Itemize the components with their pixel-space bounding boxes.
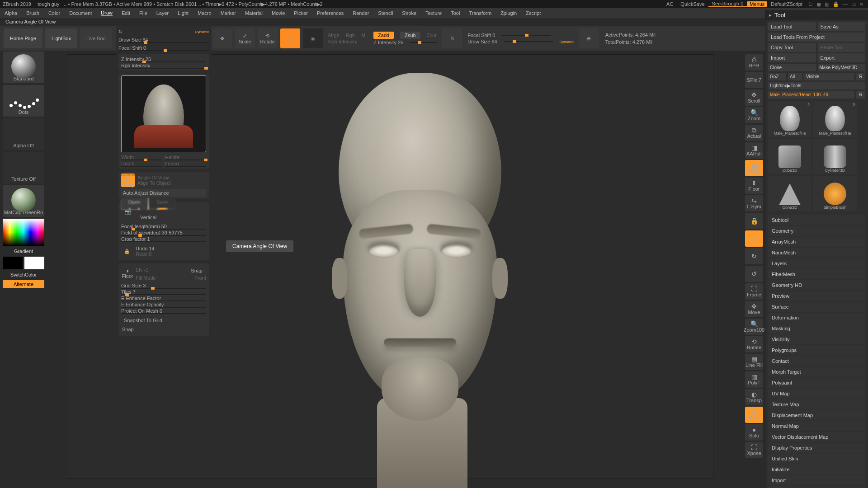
project-on-mesh[interactable]: Project On Mesh 0 xyxy=(121,308,206,314)
refresh-icon[interactable]: ↻ xyxy=(118,29,123,35)
rgb-toggle[interactable]: Rgb xyxy=(346,33,355,38)
lock-icon-panel[interactable]: 🔒 xyxy=(121,244,133,258)
menu-document[interactable]: Document xyxy=(69,10,92,16)
section-displacement-map[interactable]: Displacement Map xyxy=(768,410,865,420)
tool-item-5[interactable]: SimpleBrush xyxy=(813,176,857,211)
section-geometry-hd[interactable]: Geometry HD xyxy=(768,280,865,290)
section-texture-map[interactable]: Texture Map xyxy=(768,399,865,409)
menus-toggle[interactable]: Menus xyxy=(747,1,767,7)
m-toggle[interactable]: M xyxy=(361,33,365,38)
draw-palette[interactable]: ↻Dynamic Draw Size 64 Focal Shift 0 Z In… xyxy=(116,26,212,338)
tool-collapse-icon[interactable]: ▸ xyxy=(769,12,772,18)
tool-item-1[interactable]: 2Male_PlanesofHe xyxy=(813,102,857,137)
undo-button[interactable]: Undo 14 xyxy=(136,246,206,251)
zadd-toggle[interactable]: Zadd xyxy=(373,32,394,39)
shelf-btn[interactable]: ↺ xyxy=(745,266,763,282)
section-display-properties[interactable]: Display Properties xyxy=(768,443,865,453)
shelf-zoom100[interactable]: 🔍Zoom100 xyxy=(745,319,763,335)
menu-color[interactable]: Color xyxy=(48,10,60,16)
section-visibility[interactable]: Visibility xyxy=(768,334,865,344)
floor-icon[interactable]: ⬍Floor xyxy=(121,267,134,280)
lock-icon[interactable]: 🔒 xyxy=(831,1,841,7)
e-enhance-factor[interactable]: E Enhance Factor xyxy=(121,295,206,301)
tool-item-0[interactable]: 2Male_PlanesofHe xyxy=(768,102,811,137)
snap-button[interactable]: Snap xyxy=(121,325,206,334)
menu-stencil[interactable]: Stencil xyxy=(378,10,393,16)
grid-size-slider[interactable]: Grid Size 3 xyxy=(121,282,206,289)
tool-r-button[interactable]: R xyxy=(856,91,865,99)
shelf-persp[interactable]: ▦Persp xyxy=(745,160,763,176)
close-icon[interactable]: ✕ xyxy=(858,1,865,7)
section-geometry[interactable]: Geometry xyxy=(768,226,865,236)
rgb-intensity-slider-panel[interactable]: Rgb Intensity xyxy=(121,62,206,69)
menu-macro[interactable]: Macro xyxy=(198,10,212,16)
menu-movie[interactable]: Movie xyxy=(272,10,285,16)
export-button[interactable]: Export xyxy=(818,53,866,62)
gizmo-button[interactable]: ✥ xyxy=(212,28,232,48)
sculpt-mesh[interactable] xyxy=(289,55,542,484)
zcut-toggle[interactable]: Zcut xyxy=(427,33,436,38)
focal-shift-slider-panel[interactable]: Focal Shift 0 xyxy=(118,45,209,51)
goz-button[interactable]: GoZ xyxy=(768,73,786,80)
section-uv-map[interactable]: UV Map xyxy=(768,389,865,399)
focal-length-slider[interactable]: Focal length(mm) 50 xyxy=(121,223,206,230)
menu-alpha[interactable]: Alpha xyxy=(5,10,17,16)
fov-slider[interactable]: Field of view(deg) 39.59775 xyxy=(121,230,206,236)
goz-all-button[interactable]: All xyxy=(788,73,802,80)
menu-light[interactable]: Light xyxy=(178,10,189,16)
shelf-ghost[interactable]: ◐Ghost xyxy=(745,407,763,423)
menu-draw[interactable]: Draw xyxy=(101,10,113,16)
clone-button[interactable]: Clone xyxy=(768,64,816,71)
make-polymesh-button[interactable]: Make PolyMesh3D xyxy=(818,64,866,71)
snapshot-to-grid[interactable]: Snapshot To Grid xyxy=(121,316,206,325)
shelf-rotate[interactable]: ⟲Rotate xyxy=(745,336,763,352)
rotate-button[interactable]: ⟲Rotate xyxy=(258,28,278,48)
goz-visible-button[interactable]: Visible xyxy=(804,73,854,80)
save-as-button[interactable]: Save As xyxy=(818,22,866,31)
crop-factor-slider[interactable]: Crop factor 1 xyxy=(121,236,206,242)
section-layers[interactable]: Layers xyxy=(768,258,865,268)
tiles-slider[interactable]: Tiles 7 xyxy=(121,289,206,295)
section-subtool[interactable]: Subtool xyxy=(768,215,865,225)
section-import[interactable]: Import xyxy=(768,475,865,485)
section-contact[interactable]: Contact xyxy=(768,356,865,366)
dynamic-brush-button[interactable]: ⊕ xyxy=(579,28,599,48)
current-tool-name[interactable]: Male_PlanesofHead_130. 49 xyxy=(768,91,854,99)
copy-tool-button[interactable]: Copy Tool xyxy=(768,43,816,52)
rgb-intensity-slider[interactable]: Rgb Intensity xyxy=(328,39,365,44)
focal-shift-slider[interactable]: Focal Shift 0 xyxy=(467,33,495,38)
shelf-polyf[interactable]: ▦PolyF xyxy=(745,371,763,388)
load-tool-button[interactable]: Load Tool xyxy=(768,22,816,31)
align-to-object[interactable]: Align To Object xyxy=(137,180,206,186)
persp-button[interactable]: Dynamic▦Persp xyxy=(121,174,135,187)
menu-preferences[interactable]: Preferences xyxy=(317,10,344,16)
texture-thumb[interactable]: Texture Off xyxy=(3,152,44,183)
elv-slider[interactable]: Elv -1 xyxy=(136,267,185,274)
material-thumb[interactable]: MatCap GreenRo xyxy=(3,185,44,217)
shelf-xyz[interactable]: xyz xyxy=(745,230,763,247)
shelf-frame[interactable]: ⛶Frame xyxy=(745,283,763,300)
front-button[interactable]: Front xyxy=(194,275,206,281)
shelf-transp[interactable]: ◐Transp xyxy=(745,389,763,405)
lightbox-button[interactable]: LightBox xyxy=(45,28,77,48)
menu-texture[interactable]: Texture xyxy=(425,10,442,16)
section-preview[interactable]: Preview xyxy=(768,291,865,301)
section-nanomesh[interactable]: NanoMesh xyxy=(768,248,865,258)
menu-brush[interactable]: Brush xyxy=(26,10,39,16)
shelf-lsym[interactable]: ⇆L.Sym xyxy=(745,195,763,211)
shelf-xpose[interactable]: ⛶Xpose xyxy=(745,442,763,458)
save-button[interactable]: Save xyxy=(149,198,175,208)
float-menu-icon[interactable]: ⮌ xyxy=(806,1,815,7)
tool-item-3[interactable]: Cylinder3D xyxy=(813,139,857,174)
quicksave-button[interactable]: QuickSave xyxy=(677,1,708,7)
shelf-aahalf[interactable]: ◨AAHalf xyxy=(745,142,763,159)
section-initialize[interactable]: Initialize xyxy=(768,465,865,474)
angle-of-view[interactable]: Angle Of View xyxy=(137,175,206,180)
tool-item-2[interactable]: Cube3D xyxy=(768,139,811,174)
menu-picker[interactable]: Picker xyxy=(294,10,308,16)
menu-layer[interactable]: Layer xyxy=(156,10,169,16)
menu-zscript[interactable]: Zscript xyxy=(526,10,541,16)
alpha-thumb[interactable]: Alpha Off xyxy=(3,118,44,150)
menu-marker[interactable]: Marker xyxy=(221,10,236,16)
z-intensity-slider[interactable]: Z Intensity 25 xyxy=(373,40,403,45)
